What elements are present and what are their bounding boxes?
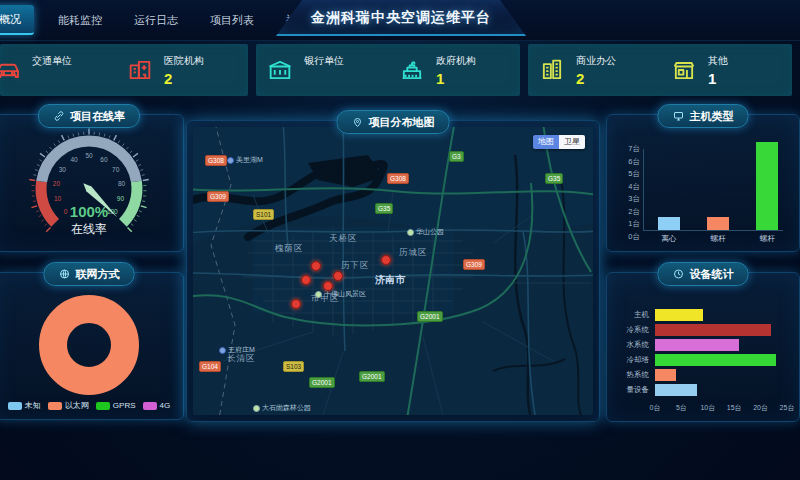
stat-label: 其他 xyxy=(708,54,728,68)
legend-swatch xyxy=(8,402,22,410)
row-label-冷却塔: 冷却塔 xyxy=(617,355,649,365)
stat-value xyxy=(304,71,344,86)
y-axis-tick: 2台 xyxy=(628,207,640,217)
road-badge-G104: G104 xyxy=(199,361,221,372)
poi-dot xyxy=(315,291,322,298)
legend-item-GPRS[interactable]: GPRS xyxy=(96,400,136,411)
stat-value: 2 xyxy=(576,71,616,86)
panel-project-map: 项目分布地图 xyxy=(186,120,600,422)
top-nav-bar: 概况能耗监控运行日志项目列表视频监控 金洲科瑞中央空调运维平台 xyxy=(0,0,800,41)
tab-run-log[interactable]: 运行日志 xyxy=(118,0,194,40)
map-viewport[interactable]: G308G309G308G309G104G3G35G35G2001G2001G2… xyxy=(193,127,593,415)
panel-network-type: 联网方式 未知以太网GPRS4G xyxy=(0,272,184,420)
satellite-mode-button[interactable]: 卫星 xyxy=(559,135,585,149)
panel-device-stats: 设备统计 主机冷系统水系统冷却塔热系统量设备0台5台10台15台20台25台 xyxy=(606,272,800,422)
metro-label: 王府庄M xyxy=(228,345,255,355)
stat-hospital: 医院机构2 xyxy=(116,54,248,86)
legend-item-以太网[interactable]: 以太网 xyxy=(48,400,89,411)
panel-title: 项目在线率 xyxy=(70,109,125,124)
stat-business: 商业办公2 xyxy=(528,54,660,86)
road-badge-S103: S103 xyxy=(283,361,304,372)
project-marker[interactable] xyxy=(311,261,321,271)
tab-project-list[interactable]: 项目列表 xyxy=(194,0,270,40)
road-badge-G308: G308 xyxy=(205,155,227,166)
map-mode-toggle: 地图卫星 xyxy=(533,135,585,149)
x-axis-tick: 5台 xyxy=(670,403,692,413)
x-axis-label: 螺杆 xyxy=(745,234,789,244)
bar-冷系统 xyxy=(655,324,771,336)
shop-icon xyxy=(670,56,698,84)
stat-label: 银行单位 xyxy=(304,54,344,68)
metro-label: 美里湖M xyxy=(236,155,263,165)
device-stats-chart: 主机冷系统水系统冷却塔热系统量设备0台5台10台15台20台25台 xyxy=(617,305,789,399)
panel-title: 主机类型 xyxy=(690,109,734,124)
x-axis-tick: 15台 xyxy=(723,403,745,413)
x-axis-tick: 25台 xyxy=(776,403,798,413)
stat-other: 其他1 xyxy=(660,54,792,86)
row-label-水系统: 水系统 xyxy=(617,340,649,350)
project-marker[interactable] xyxy=(381,255,391,265)
district-label: 天桥区 xyxy=(329,233,358,245)
project-marker[interactable] xyxy=(323,281,333,291)
poi-大石崮森林公园: 大石崮森林公园 xyxy=(253,403,311,413)
map-pin-icon xyxy=(352,116,364,128)
stat-value: 1 xyxy=(708,71,728,86)
panel-online-rate: 项目在线率 0102030405060708090100 100% 在线率 xyxy=(0,114,184,252)
bar-螺杆 xyxy=(707,217,729,230)
panel-project-map-header: 项目分布地图 xyxy=(337,110,450,134)
svg-text:90: 90 xyxy=(117,195,125,202)
project-marker[interactable] xyxy=(301,275,311,285)
legend-item-4G[interactable]: 4G xyxy=(143,400,171,411)
stat-card: 交通单位医院机构2 xyxy=(0,44,248,96)
tab-overview[interactable]: 概况 xyxy=(0,5,34,35)
car-icon xyxy=(0,56,22,84)
row-label-主机: 主机 xyxy=(617,310,649,320)
project-marker[interactable] xyxy=(333,271,343,281)
stat-value: 1 xyxy=(436,71,476,86)
road-badge-G309: G309 xyxy=(463,259,485,270)
y-axis-tick: 7台 xyxy=(628,144,640,154)
x-axis-label: 离心 xyxy=(647,234,691,244)
y-axis-tick: 3台 xyxy=(628,194,640,204)
page-title: 金洲科瑞中央空调运维平台 xyxy=(311,9,491,27)
stat-government: 政府机构1 xyxy=(388,54,520,86)
metro-icon xyxy=(227,157,234,164)
bar-水系统 xyxy=(655,339,739,351)
bar-主机 xyxy=(655,309,703,321)
stat-value xyxy=(32,71,72,86)
stat-label: 交通单位 xyxy=(32,54,72,68)
x-axis-tick: 0台 xyxy=(644,403,666,413)
legend-item-未知[interactable]: 未知 xyxy=(8,400,41,411)
district-label: 历下区 xyxy=(341,260,370,272)
legend-label: GPRS xyxy=(113,401,136,410)
road-badge-S101: S101 xyxy=(253,209,274,220)
poi-华山公园: 华山公园 xyxy=(407,227,444,237)
poi-dot xyxy=(407,229,414,236)
map-mode-button[interactable]: 地图 xyxy=(533,135,559,149)
stat-text-government: 政府机构1 xyxy=(436,54,476,86)
y-axis-tick: 0台 xyxy=(628,232,640,242)
y-axis-tick: 5台 xyxy=(628,169,640,179)
poi-dot xyxy=(253,405,260,412)
svg-text:40: 40 xyxy=(70,156,78,163)
legend-swatch xyxy=(48,402,62,410)
stat-text-hospital: 医院机构2 xyxy=(164,54,204,86)
link-icon xyxy=(53,110,65,122)
row-label-量设备: 量设备 xyxy=(617,385,649,395)
gauge-label: 在线率 xyxy=(71,222,107,236)
stat-label: 医院机构 xyxy=(164,54,204,68)
network-legend: 未知以太网GPRS4G xyxy=(0,400,183,411)
panel-title: 设备统计 xyxy=(690,267,734,282)
project-marker[interactable] xyxy=(291,299,301,309)
gauge-zone-mid xyxy=(42,141,137,181)
stat-card: 商业办公2其他1 xyxy=(528,44,792,96)
svg-text:20: 20 xyxy=(53,180,61,187)
legend-label: 4G xyxy=(160,401,171,410)
city-label: 济南市 xyxy=(375,273,405,287)
stat-value: 2 xyxy=(164,71,204,86)
host-type-plot: 0台1台2台3台4台5台6台7台离心螺杆螺杆 xyxy=(643,149,783,231)
poi-label: 大石崮森林公园 xyxy=(262,403,311,413)
road-badge-G308: G308 xyxy=(387,173,409,184)
office-icon xyxy=(538,56,566,84)
tab-energy-monitor[interactable]: 能耗监控 xyxy=(42,0,118,40)
